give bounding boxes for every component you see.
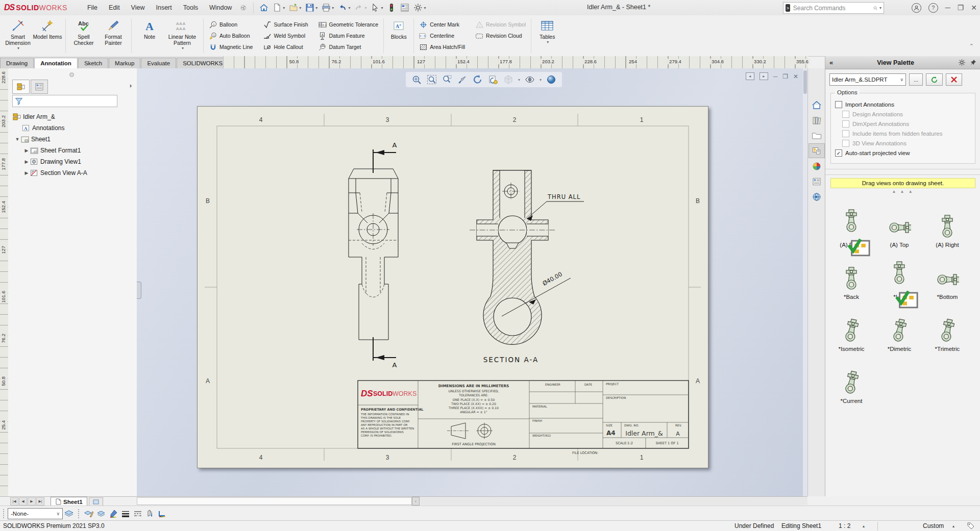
hide-show-caret[interactable]: ▾ [540, 78, 542, 82]
print-button[interactable]: ▾ [320, 2, 335, 13]
area-hatch-fill-button[interactable]: Area Hatch/Fill [417, 41, 467, 53]
menu-item[interactable]: Tools [178, 2, 204, 14]
refresh-button[interactable] [926, 73, 943, 86]
linear-note-pattern-caret[interactable]: ▾ [182, 46, 184, 50]
palette-file-dropdown[interactable]: Idler Arm_&.SLDPRT∨ [829, 73, 906, 86]
surface-finish-button[interactable]: Surface Finish [261, 19, 310, 30]
menu-item[interactable]: Insert [150, 2, 177, 14]
tab-markup[interactable]: Markup [109, 58, 140, 68]
smart-dimension-button[interactable]: Smart Dimension ▾ [3, 17, 33, 50]
layer-dropdown[interactable]: -None-∨ [8, 508, 63, 519]
menu-item[interactable]: Edit [103, 2, 126, 14]
open-button[interactable]: ▾ [287, 2, 303, 13]
tables-caret[interactable]: ▾ [547, 40, 549, 44]
doc-previous-icon[interactable]: ◂ [746, 72, 754, 80]
units-status[interactable]: Custom [923, 522, 944, 529]
tables-button[interactable]: Tables ▾ [534, 17, 560, 44]
view-thumbnail[interactable]: (A) Top [875, 197, 923, 249]
zoom-to-fit-icon[interactable] [426, 74, 437, 85]
file-explorer-icon[interactable] [808, 128, 825, 143]
geometric-tolerance-button[interactable]: 0.1 Geometric Tolerance [316, 19, 381, 30]
undo-button[interactable]: ▾ [336, 2, 352, 13]
collapse-arrow-icon[interactable]: ▼ [8, 137, 20, 142]
select-cursor-button[interactable]: ▾ [369, 2, 384, 13]
search-input[interactable] [792, 4, 873, 12]
note-button[interactable]: A Note [135, 17, 164, 40]
palette-splitter[interactable] [825, 169, 980, 175]
panel-splitter-handle[interactable] [69, 72, 74, 77]
tab-evaluate[interactable]: Evaluate [141, 58, 176, 68]
checkbox-auto-start-projected-view[interactable]: Auto-start projected view [835, 149, 971, 157]
view-thumbnail[interactable]: *Trimetric [923, 301, 971, 353]
checkbox-design-annotations[interactable]: Design Annotations [842, 111, 971, 118]
display-style-caret[interactable]: ▾ [518, 78, 520, 82]
redo-button[interactable]: ▾ [353, 2, 368, 13]
datum-target-button[interactable]: A1 Datum Target [316, 41, 381, 53]
spell-checker-button[interactable]: Abc Spell Checker [69, 17, 99, 46]
hide-show-items-icon[interactable] [524, 74, 535, 85]
tags-icon[interactable] [967, 522, 975, 530]
weld-symbol-button[interactable]: Weld Symbol [261, 30, 310, 41]
tab-annotation[interactable]: Annotation [34, 58, 78, 68]
revision-cloud-button[interactable]: Revision Cloud [473, 30, 528, 41]
selection-filter-toggle-icon[interactable] [385, 2, 398, 13]
tree-item-sheet-format1[interactable]: ▶ Sheet Format1 [8, 145, 137, 156]
restore-icon[interactable]: ❐ [958, 4, 964, 12]
units-caret-icon[interactable]: ▴ [952, 524, 954, 528]
checkbox-3d-view-annotations[interactable]: 3D View Annotations [842, 140, 971, 147]
zoom-to-area-icon[interactable] [442, 74, 453, 85]
sheet-scale-status[interactable]: 1 : 2 [839, 522, 850, 529]
zoom-extents-icon[interactable] [411, 74, 422, 85]
forum-icon[interactable] [808, 189, 825, 204]
view-thumbnail[interactable]: (A) Front [827, 197, 875, 249]
add-sheet-button[interactable] [89, 497, 103, 505]
last-sheet-button[interactable]: ▶| [36, 497, 44, 505]
view-thumbnail[interactable]: *Left [875, 249, 923, 301]
hscroll-thumb[interactable] [137, 497, 412, 505]
home-button[interactable] [258, 2, 270, 13]
search-commands-box[interactable]: > ▾ [783, 2, 884, 14]
expand-arrow-icon[interactable]: ▶ [8, 159, 30, 164]
view-thumbnail[interactable]: *Isometric [827, 301, 875, 353]
magnetic-line-button[interactable]: Magnetic Line [207, 41, 255, 53]
home-tab-icon[interactable] [808, 97, 825, 112]
browse-button[interactable]: ... [909, 73, 923, 86]
line-color-icon[interactable] [107, 508, 119, 519]
line-thickness-icon[interactable] [119, 508, 132, 519]
menu-item[interactable]: File [82, 2, 103, 14]
previous-view-icon[interactable] [457, 74, 468, 85]
sheet1-tab[interactable]: Sheet1 [51, 497, 87, 506]
checkbox-include-hidden-features[interactable]: Include items from hidden features [842, 130, 971, 137]
search-options-caret[interactable]: ▾ [879, 6, 881, 10]
tree-item-section-view[interactable]: ▶ Section View A-A [8, 167, 137, 179]
revision-symbol-button[interactable]: 1 Revision Symbol [473, 19, 528, 30]
menu-item[interactable]: Window [204, 2, 237, 14]
vertical-scrollbar[interactable] [803, 68, 807, 496]
doc-minimize-icon[interactable]: ─ [773, 73, 778, 80]
display-pane-button[interactable] [399, 2, 411, 13]
tree-item-part[interactable]: Idler Arm_& [8, 111, 137, 122]
new-document-button[interactable]: ▾ [271, 2, 286, 13]
next-sheet-button[interactable]: ▶ [28, 497, 36, 505]
expand-arrow-icon[interactable]: ▶ [8, 170, 30, 175]
horizontal-scrollbar[interactable]: ‹ [137, 497, 807, 505]
blocks-button[interactable]: A° Blocks [387, 17, 410, 40]
pane-split-button[interactable]: ‹ [412, 497, 420, 505]
prev-sheet-button[interactable]: ◀ [19, 497, 27, 505]
hide-edge-icon[interactable] [144, 508, 156, 519]
panel-pin-icon[interactable] [970, 59, 976, 66]
view-thumbnail[interactable]: *Bottom [923, 249, 971, 301]
edit-layer-icon[interactable] [83, 508, 95, 519]
search-icon[interactable] [873, 5, 877, 12]
linear-note-pattern-button[interactable]: AAAAAA Linear Note Pattern ▾ [164, 17, 200, 50]
ribbon-collapse-chevron-icon[interactable]: ⌃ [969, 43, 974, 49]
view-settings-icon[interactable] [546, 74, 557, 85]
thru-all-note[interactable]: THRU ALL [547, 193, 580, 200]
tab-drawing[interactable]: Drawing [0, 58, 34, 68]
hole-callout-button[interactable]: Hole Callout [261, 41, 310, 53]
save-button[interactable]: ▾ [304, 2, 319, 13]
delete-all-button[interactable] [946, 73, 962, 86]
pin-icon[interactable]: ✇ [239, 3, 248, 13]
line-style-icon[interactable] [132, 508, 144, 519]
design-library-icon[interactable] [808, 113, 825, 128]
